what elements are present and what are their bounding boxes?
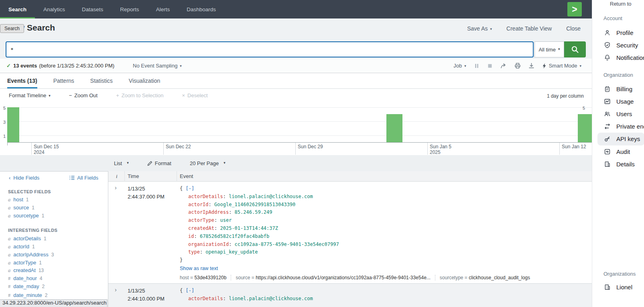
y-gridline — [7, 121, 592, 122]
panel-item-label: API keys — [616, 135, 640, 142]
splunk-logo[interactable]: > — [567, 2, 582, 16]
panel-item-details[interactable]: Details — [603, 160, 635, 168]
organization-section-header: Organization — [603, 72, 633, 78]
panel-item-organization[interactable]: Lionel — [603, 283, 632, 291]
zoom-to-selection-button[interactable]: Zoom to Selection — [116, 92, 163, 98]
event-json: { [-] actorDetailslionel.palacin@clickho… — [180, 287, 313, 303]
field-source[interactable]: asource1 — [8, 205, 35, 211]
account-section-header: Account — [603, 15, 622, 21]
close-button[interactable]: Close — [566, 25, 581, 32]
create-table-view-button[interactable]: Create Table View — [506, 25, 552, 32]
panel-item-label: Audit — [616, 148, 630, 155]
share-icon[interactable] — [500, 63, 507, 69]
meta-host[interactable]: host53de4339120b — [180, 275, 226, 280]
panel-item-profile[interactable]: Profile — [603, 29, 634, 37]
panel-item-label: Billing — [616, 86, 632, 92]
panel-item-label: Security — [616, 42, 638, 49]
search-button[interactable] — [564, 41, 586, 57]
timeline-axis: Sun Dec 152024Sun Dec 22Sun Dec 29Sun Ja… — [0, 143, 592, 155]
expand-row-icon[interactable] — [115, 287, 117, 293]
nav-tab-reports[interactable]: Reports — [112, 0, 147, 18]
user-icon — [603, 29, 611, 37]
search-mode-dropdown[interactable]: Smart Mode — [542, 63, 581, 69]
print-icon[interactable] — [514, 63, 521, 69]
meta-source[interactable]: sourcehttps://api.clickhouse.cloud/v1/or… — [231, 275, 430, 280]
panel-item-api-keys[interactable]: API keys — [603, 135, 640, 143]
x-axis-tick — [427, 143, 428, 155]
pause-icon[interactable] — [474, 63, 479, 69]
field-date-hour[interactable]: #date_hour4 — [8, 275, 43, 282]
nav-tab-alerts[interactable]: Alerts — [148, 0, 179, 18]
all-fields-link[interactable]: All Fields — [69, 175, 98, 181]
nav-tab-analytics[interactable]: Analytics — [35, 0, 73, 18]
table-row: 1/13/25 2:44:10.000 PM { [-] actorDetail… — [108, 284, 592, 307]
job-dropdown[interactable]: Job — [453, 63, 466, 69]
all-fields-label: All Fields — [77, 175, 98, 181]
histogram-bar[interactable] — [7, 107, 19, 143]
hide-fields-link[interactable]: Hide Fields — [9, 175, 39, 181]
column-info: i — [116, 173, 118, 180]
per-page-dropdown[interactable]: 20 Per Page — [190, 160, 226, 166]
format-timeline-dropdown[interactable]: Format Timeline — [9, 92, 51, 98]
tab-events[interactable]: Events (13) — [7, 73, 37, 88]
app-context-badge[interactable]: Search — [0, 24, 24, 33]
building-icon — [603, 283, 611, 291]
field-host[interactable]: ahost1 — [8, 196, 29, 203]
panel-item-billing[interactable]: Billing — [603, 85, 632, 93]
stop-icon[interactable] — [487, 63, 493, 69]
panel-item-label: Users — [616, 111, 632, 117]
x-axis-tick-label: Sun Dec 29 — [298, 144, 323, 149]
field-createdat[interactable]: acreatedAt13 — [8, 267, 44, 274]
panel-item-users[interactable]: Users — [603, 110, 632, 118]
export-icon[interactable] — [528, 63, 534, 69]
collapse-json-link[interactable]: [-] — [185, 186, 194, 191]
field-actorid[interactable]: aactorId1 — [8, 244, 35, 250]
search-icon — [571, 45, 579, 54]
events-table-header: i Time Event — [108, 171, 592, 182]
deselect-button[interactable]: Deselect — [182, 92, 208, 98]
panel-item-notifications[interactable]: Notifications — [603, 54, 644, 61]
selected-fields-header: SELECTED FIELDS — [8, 189, 51, 194]
panel-item-security[interactable]: Security — [603, 41, 638, 49]
tab-statistics[interactable]: Statistics — [90, 73, 113, 88]
nav-tab-dashboards[interactable]: Dashboards — [178, 0, 224, 18]
return-to-link[interactable]: Return to — [610, 1, 631, 7]
field-sourcetype[interactable]: asourcetype1 — [8, 213, 45, 219]
field-actoripaddress[interactable]: aactorIpAddress3 — [8, 252, 54, 258]
field-actordetails[interactable]: aactorDetails1 — [8, 235, 47, 242]
panel-item-audit[interactable]: Audit — [603, 148, 630, 156]
histogram-bar[interactable] — [578, 114, 592, 142]
meta-sourcetype[interactable]: sourcetypeclickhouse_cloud_audit_logs — [435, 275, 530, 280]
timeline-chart[interactable]: 113355 Sun Dec 152024Sun Dec 22Sun Dec 2… — [0, 104, 592, 155]
x-axis-tick — [559, 143, 560, 155]
field-date-mday[interactable]: #date_mday2 — [8, 283, 45, 290]
event-sampling-dropdown[interactable]: No Event Sampling — [133, 63, 182, 69]
nav-tab-datasets[interactable]: Datasets — [73, 0, 112, 18]
results-tabs: Events (13) Patterns Statistics Visualiz… — [0, 73, 592, 89]
table-row: 1/13/25 2:44:37.000 PM { [-] actorDetail… — [108, 182, 592, 284]
collapse-json-link[interactable]: [-] — [185, 288, 194, 293]
nav-tab-search[interactable]: Search — [0, 0, 35, 18]
expand-row-icon[interactable] — [115, 184, 117, 191]
tab-visualization[interactable]: Visualization — [129, 73, 160, 88]
save-as-button[interactable]: Save As — [467, 25, 492, 32]
success-check-icon — [0, 63, 13, 69]
browser-status-url: 34.29.223.20:8000/en-US/app/search/searc… — [0, 299, 108, 307]
search-input[interactable] — [6, 41, 534, 57]
pencil-icon — [147, 161, 152, 166]
timeline-plot[interactable]: 113355 — [0, 104, 592, 143]
x-axis-tick-label: Sun Jan 12 — [562, 144, 586, 149]
show-raw-text-link[interactable]: Show as raw text — [180, 265, 339, 273]
field-actortype[interactable]: aactorType1 — [8, 260, 42, 266]
panel-item-private-endpoints[interactable]: Private endpoints — [603, 123, 644, 130]
histogram-bar[interactable] — [386, 114, 402, 142]
event-timestamp: 1/13/25 2:44:10.000 PM — [128, 287, 165, 303]
format-results-button[interactable]: Format — [147, 160, 171, 166]
tab-patterns[interactable]: Patterns — [53, 73, 74, 88]
field-date-minute[interactable]: #date_minute2 — [8, 292, 48, 299]
y-axis-tick-label: 3 — [1, 120, 6, 125]
time-range-picker[interactable]: All time — [534, 41, 564, 57]
list-view-dropdown[interactable]: List — [114, 160, 129, 166]
panel-item-usage[interactable]: Usage — [603, 98, 634, 105]
zoom-out-button[interactable]: Zoom Out — [69, 92, 98, 98]
